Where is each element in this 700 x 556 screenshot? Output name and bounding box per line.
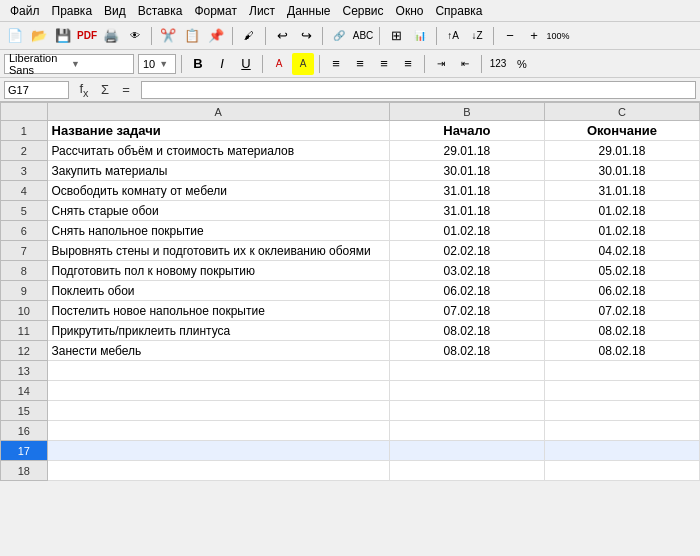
cell-reference[interactable]: G17: [4, 81, 69, 99]
chart-button[interactable]: 📊: [409, 25, 431, 47]
row-header[interactable]: 16: [1, 421, 48, 441]
font-selector[interactable]: Liberation Sans ▼: [4, 54, 134, 74]
cell-a-11[interactable]: Прикрутить/приклеить плинтуса: [47, 321, 389, 341]
row-header[interactable]: 13: [1, 361, 48, 381]
cell-a-5[interactable]: Снять старые обои: [47, 201, 389, 221]
cell-a-12[interactable]: Занести мебель: [47, 341, 389, 361]
cell-b-4[interactable]: 31.01.18: [389, 181, 544, 201]
row-header[interactable]: 7: [1, 241, 48, 261]
formula-input[interactable]: [141, 81, 696, 99]
italic-button[interactable]: I: [211, 53, 233, 75]
justify-button[interactable]: ≡: [397, 53, 419, 75]
cut-button[interactable]: ✂️: [157, 25, 179, 47]
row-header[interactable]: 1: [1, 121, 48, 141]
cell-c-15[interactable]: [544, 401, 699, 421]
col-header-c[interactable]: C: [544, 103, 699, 121]
sum-icon[interactable]: Σ: [96, 82, 114, 97]
cell-b-15[interactable]: [389, 401, 544, 421]
cell-c-16[interactable]: [544, 421, 699, 441]
row-header[interactable]: 10: [1, 301, 48, 321]
cell-a-14[interactable]: [47, 381, 389, 401]
menu-help[interactable]: Справка: [429, 2, 488, 20]
cell-a-17[interactable]: [47, 441, 389, 461]
open-button[interactable]: 📂: [28, 25, 50, 47]
row-header[interactable]: 6: [1, 221, 48, 241]
sort-desc-button[interactable]: ↓Z: [466, 25, 488, 47]
cell-b-11[interactable]: 08.02.18: [389, 321, 544, 341]
percent-button[interactable]: %: [511, 53, 533, 75]
cell-c-7[interactable]: 04.02.18: [544, 241, 699, 261]
row-header[interactable]: 2: [1, 141, 48, 161]
sort-asc-button[interactable]: ↑A: [442, 25, 464, 47]
cell-c-11[interactable]: 08.02.18: [544, 321, 699, 341]
menu-view[interactable]: Вид: [98, 2, 132, 20]
cell-a-6[interactable]: Снять напольное покрытие: [47, 221, 389, 241]
col-header-b[interactable]: B: [389, 103, 544, 121]
row-header[interactable]: 3: [1, 161, 48, 181]
menu-data[interactable]: Данные: [281, 2, 336, 20]
cell-a-2[interactable]: Рассчитать объём и стоимость материалов: [47, 141, 389, 161]
cell-a-7[interactable]: Выровнять стены и подготовить их к оклеи…: [47, 241, 389, 261]
cell-c-4[interactable]: 31.01.18: [544, 181, 699, 201]
cell-c-13[interactable]: [544, 361, 699, 381]
row-header[interactable]: 17: [1, 441, 48, 461]
cell-a-4[interactable]: Освободить комнату от мебели: [47, 181, 389, 201]
cell-b-16[interactable]: [389, 421, 544, 441]
cell-c-5[interactable]: 01.02.18: [544, 201, 699, 221]
preview-button[interactable]: 👁: [124, 25, 146, 47]
redo-button[interactable]: ↪: [295, 25, 317, 47]
cell-c-2[interactable]: 29.01.18: [544, 141, 699, 161]
menu-window[interactable]: Окно: [390, 2, 430, 20]
fx-icon[interactable]: fx: [75, 81, 93, 99]
cell-b-14[interactable]: [389, 381, 544, 401]
cell-a-8[interactable]: Подготовить пол к новому покрытию: [47, 261, 389, 281]
row-header[interactable]: 9: [1, 281, 48, 301]
cell-a-16[interactable]: [47, 421, 389, 441]
cell-a-13[interactable]: [47, 361, 389, 381]
cell-a-15[interactable]: [47, 401, 389, 421]
highlight-button[interactable]: A: [292, 53, 314, 75]
cell-c-1[interactable]: Окончание: [544, 121, 699, 141]
cell-a-3[interactable]: Закупить материалы: [47, 161, 389, 181]
cell-c-18[interactable]: [544, 461, 699, 481]
cell-b-18[interactable]: [389, 461, 544, 481]
print-button[interactable]: 🖨️: [100, 25, 122, 47]
indent-button[interactable]: ⇥: [430, 53, 452, 75]
zoom-in-button[interactable]: +: [523, 25, 545, 47]
underline-button[interactable]: U: [235, 53, 257, 75]
row-header[interactable]: 18: [1, 461, 48, 481]
col-header-a[interactable]: A: [47, 103, 389, 121]
copy-button[interactable]: 📋: [181, 25, 203, 47]
hyperlink-button[interactable]: 🔗: [328, 25, 350, 47]
menu-service[interactable]: Сервис: [336, 2, 389, 20]
row-header[interactable]: 11: [1, 321, 48, 341]
zoom-level-button[interactable]: 100%: [547, 25, 569, 47]
spellcheck-button[interactable]: ABC: [352, 25, 374, 47]
bold-button[interactable]: B: [187, 53, 209, 75]
cell-b-10[interactable]: 07.02.18: [389, 301, 544, 321]
outdent-button[interactable]: ⇤: [454, 53, 476, 75]
align-center-button[interactable]: ≡: [349, 53, 371, 75]
cell-b-9[interactable]: 06.02.18: [389, 281, 544, 301]
equals-icon[interactable]: =: [117, 82, 135, 97]
cell-c-3[interactable]: 30.01.18: [544, 161, 699, 181]
pdf-button[interactable]: PDF: [76, 25, 98, 47]
cell-b-1[interactable]: Начало: [389, 121, 544, 141]
font-size-selector[interactable]: 10 ▼: [138, 54, 176, 74]
cell-b-3[interactable]: 30.01.18: [389, 161, 544, 181]
row-header[interactable]: 12: [1, 341, 48, 361]
menu-format[interactable]: Формат: [188, 2, 243, 20]
align-left-button[interactable]: ≡: [325, 53, 347, 75]
cell-b-6[interactable]: 01.02.18: [389, 221, 544, 241]
align-right-button[interactable]: ≡: [373, 53, 395, 75]
cell-b-13[interactable]: [389, 361, 544, 381]
cell-c-8[interactable]: 05.02.18: [544, 261, 699, 281]
cell-c-14[interactable]: [544, 381, 699, 401]
format-paint-button[interactable]: 🖌: [238, 25, 260, 47]
row-header[interactable]: 8: [1, 261, 48, 281]
row-header[interactable]: 14: [1, 381, 48, 401]
menu-sheet[interactable]: Лист: [243, 2, 281, 20]
row-header[interactable]: 5: [1, 201, 48, 221]
cell-b-5[interactable]: 31.01.18: [389, 201, 544, 221]
table-button[interactable]: ⊞: [385, 25, 407, 47]
